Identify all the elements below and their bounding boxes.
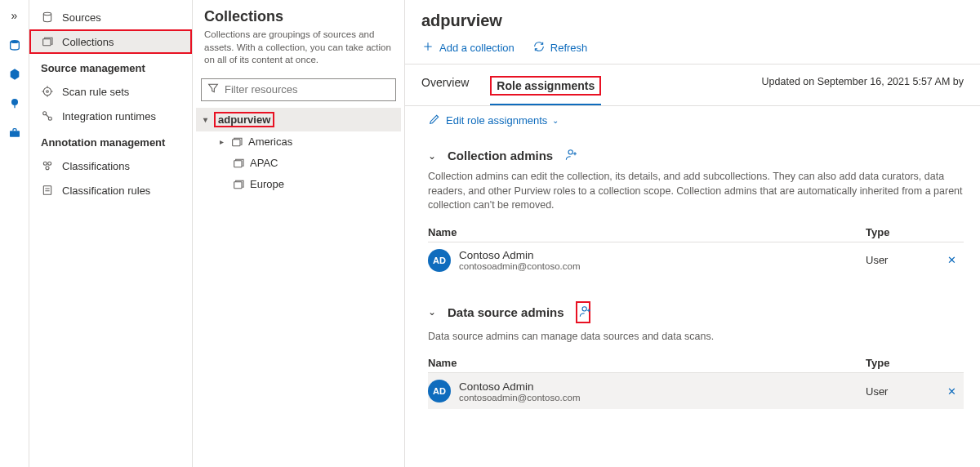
- table-header: Name Type: [428, 223, 964, 242]
- collection-tree: ▾ adpurview ▸ Americas APAC Europe: [193, 108, 404, 195]
- filter-resources[interactable]: [201, 78, 396, 101]
- svg-rect-12: [43, 186, 51, 195]
- tree-panel: Collections Collections are groupings of…: [193, 0, 405, 467]
- tree-root-label: adpurview: [218, 113, 270, 126]
- sidebar: Sources Collections Source management Sc…: [29, 0, 193, 467]
- tree-item-apac[interactable]: APAC: [196, 153, 401, 174]
- add-collection-label: Add a collection: [439, 42, 514, 54]
- col-name: Name: [428, 226, 866, 238]
- tree-item-label: APAC: [250, 157, 278, 169]
- caret-down-icon[interactable]: ▾: [201, 115, 209, 124]
- add-person-button[interactable]: [576, 301, 590, 323]
- sidebar-item-integration-runtimes[interactable]: Integration runtimes: [29, 104, 192, 128]
- svg-rect-14: [234, 160, 242, 167]
- sidebar-item-label: Classifications: [62, 160, 130, 172]
- tab-role-assignments[interactable]: Role assignments: [490, 76, 601, 105]
- sidebar-item-label: Sources: [62, 11, 101, 24]
- avatar: AD: [428, 380, 451, 403]
- svg-point-6: [47, 91, 49, 93]
- classifications-icon: [41, 159, 54, 172]
- table-row: AD Contoso Admin contosoadmin@contoso.co…: [428, 373, 964, 409]
- remove-button[interactable]: ✕: [939, 385, 964, 398]
- tree-item-europe[interactable]: Europe: [196, 174, 401, 195]
- svg-point-0: [10, 40, 19, 43]
- svg-point-3: [43, 12, 51, 15]
- rail-icon-briefcase[interactable]: [6, 124, 24, 142]
- icon-rail: »: [0, 0, 29, 467]
- sidebar-item-label: Classification rules: [62, 185, 150, 197]
- svg-rect-2: [10, 131, 20, 136]
- refresh-icon: [532, 40, 546, 56]
- table-row: AD Contoso Admin contosoadmin@contoso.co…: [428, 242, 964, 278]
- user-type: User: [866, 254, 939, 266]
- filter-input[interactable]: [225, 83, 390, 96]
- refresh-button[interactable]: Refresh: [532, 40, 588, 56]
- remove-button[interactable]: ✕: [939, 254, 964, 266]
- add-person-button[interactable]: [564, 148, 579, 163]
- sidebar-item-label: Collections: [62, 36, 114, 48]
- svg-rect-13: [233, 139, 240, 145]
- page-title: adpurview: [405, 0, 980, 37]
- user-name: Contoso Admin: [459, 380, 580, 393]
- tabs: Overview Role assignments Updated on Sep…: [405, 64, 980, 106]
- chevron-down-icon: ⌄: [552, 116, 559, 125]
- svg-point-5: [43, 87, 51, 95]
- collections-icon: [41, 35, 54, 48]
- avatar: AD: [428, 249, 451, 272]
- tree-item-label: Americas: [248, 136, 292, 148]
- tab-overview[interactable]: Overview: [421, 76, 469, 105]
- svg-point-9: [43, 162, 47, 165]
- sidebar-item-classification-rules[interactable]: Classification rules: [29, 178, 192, 202]
- tree-root[interactable]: ▾ adpurview: [196, 108, 401, 131]
- rail-icon-database[interactable]: [6, 36, 24, 54]
- rail-icon-balloon[interactable]: [6, 95, 24, 113]
- toolbar: Add a collection Refresh: [405, 37, 980, 64]
- tree-item-label: Europe: [250, 178, 284, 190]
- user-name: Contoso Admin: [459, 249, 580, 261]
- sidebar-item-scan-rule-sets[interactable]: Scan rule sets: [29, 79, 192, 104]
- edit-icon: [428, 113, 441, 128]
- section-description: Data source admins can manage data sourc…: [428, 330, 964, 345]
- sidebar-item-classifications[interactable]: Classifications: [29, 153, 192, 178]
- mid-description: Collections are groupings of sources and…: [204, 29, 393, 67]
- chevron-down-icon[interactable]: ⌄: [428, 306, 436, 318]
- section-collection-admins: ⌄ Collection admins Collection admins ca…: [405, 138, 980, 291]
- sidebar-group-source: Source management: [29, 54, 192, 79]
- user-email: contosoadmin@contoso.com: [459, 393, 580, 403]
- sources-icon: [41, 11, 54, 24]
- filter-icon: [207, 82, 220, 97]
- svg-point-10: [48, 162, 51, 165]
- section-title: Collection admins: [448, 149, 553, 162]
- chevron-down-icon[interactable]: ⌄: [428, 150, 436, 162]
- scan-icon: [41, 85, 54, 98]
- sidebar-item-label: Integration runtimes: [62, 110, 156, 122]
- caret-right-icon[interactable]: ▸: [217, 137, 225, 146]
- user-type: User: [866, 385, 939, 398]
- col-type: Type: [866, 226, 939, 238]
- main-content: adpurview Add a collection Refresh Overv…: [405, 0, 980, 467]
- svg-rect-15: [234, 181, 242, 188]
- user-email: contosoadmin@contoso.com: [459, 261, 580, 271]
- rail-icon-hexagon[interactable]: [6, 65, 24, 83]
- section-title: Data source admins: [448, 305, 564, 319]
- edit-role-assignments-button[interactable]: Edit role assignments ⌄: [405, 106, 980, 138]
- sidebar-item-collections[interactable]: Collections: [29, 29, 192, 54]
- add-collection-button[interactable]: Add a collection: [421, 40, 514, 56]
- refresh-label: Refresh: [550, 42, 588, 54]
- tree-item-americas[interactable]: ▸ Americas: [196, 131, 401, 153]
- collection-icon: [230, 136, 243, 149]
- updated-timestamp: Updated on September 16, 2021 5:57 AM by: [762, 76, 964, 87]
- sidebar-item-label: Scan rule sets: [62, 86, 129, 98]
- collection-icon: [232, 178, 245, 191]
- plus-icon: [421, 40, 434, 56]
- mid-title: Collections: [204, 8, 393, 25]
- svg-point-16: [568, 150, 572, 154]
- sidebar-item-sources[interactable]: Sources: [29, 5, 192, 29]
- col-name: Name: [428, 357, 866, 369]
- expand-nav-icon[interactable]: »: [6, 7, 24, 24]
- classification-rules-icon: [41, 184, 54, 197]
- sidebar-group-annotation: Annotation management: [29, 128, 192, 153]
- collection-icon: [232, 157, 245, 170]
- svg-point-17: [582, 306, 586, 310]
- edit-link-label: Edit role assignments: [446, 114, 547, 127]
